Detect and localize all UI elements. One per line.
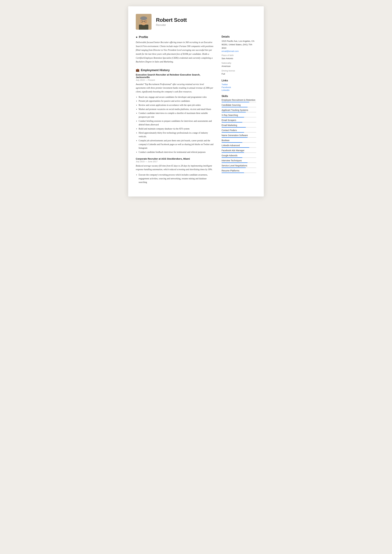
bullet-item: Present job opportunities for passive an… xyxy=(139,99,214,103)
main-layout: ● Profile Deliverable focused Senior Rec… xyxy=(136,35,256,189)
skill-bar-bg xyxy=(222,152,256,153)
email-link[interactable]: email@email.com xyxy=(222,50,238,52)
avatar xyxy=(136,14,152,30)
employment-section: 💼 Employment History Executive Search Re… xyxy=(136,69,214,184)
skill-bar-fill xyxy=(222,142,242,143)
skill-item: Candidate Sourcing xyxy=(222,104,256,107)
skill-bar-fill xyxy=(222,127,246,128)
link-twitter[interactable]: Twitter xyxy=(222,83,256,86)
skill-bar-fill xyxy=(222,117,244,118)
skill-item: Boolean xyxy=(222,139,256,143)
skill-name: Contact Finders xyxy=(222,129,256,132)
skill-bar-bg xyxy=(222,132,256,133)
skill-name: Email Marketing xyxy=(222,124,256,126)
link-linkedin[interactable]: Linkedin xyxy=(222,89,256,91)
bullet-item: Conduct candidate feedback interviews fo… xyxy=(139,150,214,154)
skill-bar-fill xyxy=(222,122,242,123)
skill-item: Service Level Negotiations xyxy=(222,164,256,168)
bullet-item: Conduct briefing sessions to prepare can… xyxy=(139,119,214,127)
skill-bar-bg xyxy=(222,168,256,168)
skills-title: Skills xyxy=(222,95,256,98)
skill-item: Email Scrapers xyxy=(222,119,256,123)
skill-bar-bg xyxy=(222,102,256,102)
skill-bar-bg xyxy=(222,157,256,158)
left-column: ● Profile Deliverable focused Senior Rec… xyxy=(136,35,214,189)
skill-bar-fill xyxy=(222,137,248,138)
skill-item: Resume Platforms xyxy=(222,169,256,173)
profile-text: Deliverable focused Senior Recruiter off… xyxy=(136,40,214,64)
job-date-1: July 2019 — Present xyxy=(136,79,214,81)
skill-name: Service Level Negotiations xyxy=(222,164,256,167)
skill-item: Facebook Ads Manager xyxy=(222,149,256,153)
job-title-1: Executive Search Recruiter at Reindeer E… xyxy=(136,73,214,78)
skill-bar-bg xyxy=(222,142,256,143)
skill-bar-fill xyxy=(222,112,246,112)
skill-bar-bg xyxy=(222,112,256,112)
driving-license-label: Driving license xyxy=(222,70,256,72)
bullet-item: Compile job advertisements and post them… xyxy=(139,139,214,150)
skill-bar-fill xyxy=(222,132,244,133)
skill-name: Interview Techniques xyxy=(222,159,256,162)
bullet-item: Market and promote vacancies on social m… xyxy=(139,107,214,111)
nationality-label: Nationality xyxy=(222,62,256,64)
skill-bar-fill xyxy=(222,157,242,158)
skill-bar-fill xyxy=(222,147,249,148)
details-section: Details 1515 Pacific Ave, Los Angeles, C… xyxy=(222,35,256,76)
link-facebook[interactable]: Facebook xyxy=(222,86,256,88)
resume-card: Robert Scott Recruiter ● Profile Deliver… xyxy=(128,6,264,196)
skill-item: Employee Recruitment & Retention xyxy=(222,99,256,102)
skill-name: Resume Platforms xyxy=(222,169,256,172)
skill-bar-fill xyxy=(222,168,246,168)
bullet-item: Reach out, engage and secure candidates … xyxy=(139,95,214,99)
skill-item: Linkedin Advanced xyxy=(222,144,256,148)
skill-bar-bg xyxy=(222,173,256,173)
skill-name: Boolean xyxy=(222,139,256,142)
job-summary-2: Reduced average vacancy fill time from 6… xyxy=(136,164,214,171)
skill-bar-bg xyxy=(222,137,256,138)
job-summary-1: Awarded "Top Recruitment Professional" a… xyxy=(136,83,214,94)
skill-bar-bg xyxy=(222,162,256,163)
skill-bar-fill xyxy=(222,107,248,107)
profile-icon: ● xyxy=(136,35,138,39)
details-address: 1515 Pacific Ave, Los Angeles, CA 90291,… xyxy=(222,39,256,50)
skill-name: Employee Recruitment & Retention xyxy=(222,99,256,101)
place-of-birth-label: Place of birth xyxy=(222,54,256,56)
nationality-value: American xyxy=(222,64,256,68)
skill-bar-bg xyxy=(222,117,256,118)
job-block-2: Corporate Recruiter at AGS Stockbrokers,… xyxy=(136,158,214,184)
skill-name: Email Scrapers xyxy=(222,119,256,121)
skill-name: Name Generation Software xyxy=(222,134,256,137)
svg-rect-1 xyxy=(139,25,148,30)
skill-name: Linkedin Advanced xyxy=(222,144,256,147)
skill-name: Candidate Sourcing xyxy=(222,104,256,106)
skill-name: Google Adwords xyxy=(222,154,256,157)
skill-bar-bg xyxy=(222,147,256,148)
driving-license-value: Full xyxy=(222,72,256,76)
skill-item: Email Marketing xyxy=(222,124,256,128)
skill-bar-fill xyxy=(222,162,248,163)
bullet-item: Execute the company's recruiting process… xyxy=(139,173,214,184)
bullet-item: Conduct candidate interviews to compile … xyxy=(139,111,214,119)
skill-name: Applicant Tracking Systems xyxy=(222,109,256,111)
skill-bar-fill xyxy=(222,152,244,153)
svg-point-3 xyxy=(140,16,147,20)
job-block-1: Executive Search Recruiter at Reindeer E… xyxy=(136,73,214,154)
job-date-2: July 2015 — June 2017 xyxy=(136,160,214,163)
header-info: Robert Scott Recruiter xyxy=(156,17,187,27)
links-section: Links Twitter Facebook Linkedin xyxy=(222,79,256,91)
bullet-item: Hired approximately thirty-five technolo… xyxy=(139,131,214,139)
skills-container: Employee Recruitment & Retention Candida… xyxy=(222,99,256,173)
skill-item: Google Adwords xyxy=(222,154,256,158)
links-title: Links xyxy=(222,79,256,82)
skill-bar-fill xyxy=(222,102,249,102)
skill-bar-bg xyxy=(222,107,256,107)
place-of-birth-value: San Antonio xyxy=(222,57,256,60)
skills-section: Skills Employee Recruitment & Retention … xyxy=(222,95,256,173)
header: Robert Scott Recruiter xyxy=(136,14,256,30)
right-column: Details 1515 Pacific Ave, Los Angeles, C… xyxy=(222,35,256,189)
bullet-item: Review and screen applications in accord… xyxy=(139,103,214,107)
skill-item: X-Ray Searching xyxy=(222,114,256,118)
skill-name: X-Ray Searching xyxy=(222,114,256,116)
job-bullets-1: Reach out, engage and secure candidates … xyxy=(136,95,214,154)
profile-section: ● Profile Deliverable focused Senior Rec… xyxy=(136,35,214,64)
